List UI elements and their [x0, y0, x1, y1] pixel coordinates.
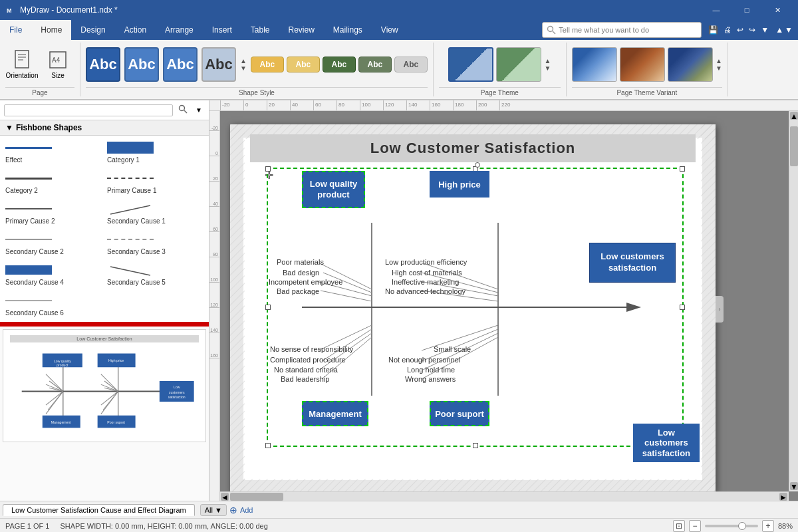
theme-down[interactable]: ▼ [544, 65, 551, 72]
zoom-out-button[interactable]: − [689, 520, 701, 532]
orientation-button[interactable]: Orientation [5, 45, 39, 84]
shape-style-up[interactable]: ▲ [240, 57, 247, 65]
variant-1[interactable] [572, 47, 617, 82]
sidebar-item-secondary5[interactable]: Secondary Cause 5 [107, 263, 203, 286]
variant-up[interactable]: ▲ [716, 57, 722, 65]
sidebar-item-secondary6[interactable]: Secondary Cause 6 [5, 294, 102, 317]
hscroll-right[interactable]: ► [779, 493, 787, 501]
tab-table[interactable]: Table [241, 20, 279, 40]
sidebar-item-primary1[interactable]: Primary Cause 1 [107, 172, 203, 194]
category-box-poor-support[interactable]: Poor suport [430, 401, 489, 426]
all-dropdown[interactable]: All ▼ [200, 504, 227, 516]
canvas-area: -20 0 20 40 60 80 100 120 140 160 180 20… [209, 100, 798, 501]
shape-style-7[interactable]: Abc [323, 57, 356, 72]
ribbon-up[interactable]: ▲ [775, 25, 783, 35]
primary2-shape [5, 208, 52, 209]
zoom-slider[interactable] [705, 525, 758, 527]
zoom-fit-button[interactable]: ⊡ [673, 520, 685, 532]
variant-2[interactable] [620, 47, 665, 82]
rotation-handle[interactable] [475, 162, 480, 168]
theme-up[interactable]: ▲ [544, 57, 551, 65]
hscroll-thumb[interactable] [230, 493, 283, 501]
svg-text:Poor materials: Poor materials [277, 258, 324, 266]
vertical-scrollbar[interactable]: ▲ ▼ [789, 111, 798, 491]
sidebar-item-secondary3[interactable]: Secondary Cause 3 [107, 233, 203, 255]
svg-line-61 [321, 291, 372, 301]
variant-3[interactable] [668, 47, 713, 82]
category-box-management[interactable]: Management [302, 401, 368, 426]
theme-1[interactable] [448, 47, 493, 82]
tab-arrange[interactable]: Arrange [156, 20, 203, 40]
shape-style-down[interactable]: ▼ [240, 65, 247, 72]
theme-2[interactable] [496, 47, 541, 82]
tab-mailings[interactable]: Mailings [324, 20, 372, 40]
sidebar-item-secondary1[interactable]: Secondary Cause 1 [107, 202, 203, 225]
tab-file[interactable]: File [0, 20, 31, 40]
ribbon-group-theme-variant: ▲ ▼ Page Theme Variant [567, 43, 728, 96]
canvas-scroll-area[interactable]: Low Customer Satisfaction ✛ [220, 111, 798, 501]
save-button[interactable]: 💾 [707, 24, 720, 36]
maximize-button[interactable]: □ [732, 0, 762, 20]
svg-text:satisfaction: satisfaction [168, 395, 186, 399]
sidebar-item-category1[interactable]: Category 1 [107, 141, 203, 164]
svg-text:High price: High price [108, 358, 124, 362]
tab-action[interactable]: Action [115, 20, 156, 40]
category-box-low-quality[interactable]: Low quality product [302, 171, 365, 208]
variant-down[interactable]: ▼ [716, 65, 722, 72]
main-area: ▼ ▼ Fishbone Shapes Effect Category 1 [0, 100, 798, 501]
shape-style-1[interactable]: Abc [86, 47, 120, 82]
category-box-high-price[interactable]: High price [430, 171, 489, 198]
redo-button[interactable]: ↪ [747, 24, 757, 36]
shape-style-3[interactable]: Abc [163, 47, 198, 82]
add-tab-label[interactable]: Add [240, 506, 253, 514]
shape-style-4[interactable]: Abc [201, 47, 236, 82]
hscroll-left[interactable]: ◄ [221, 493, 229, 501]
sidebar-item-effect[interactable]: Effect [5, 141, 102, 164]
tab-insert[interactable]: Insert [203, 20, 241, 40]
diagram-tab[interactable]: Low Customer Satisfaction Cause and Effe… [3, 504, 195, 516]
minimize-button[interactable]: — [701, 0, 732, 20]
category-box-effect[interactable]: Low customers satisfaction [633, 424, 700, 462]
ribbon-search[interactable] [542, 22, 702, 38]
more-button[interactable]: ▼ [759, 24, 770, 36]
svg-text:No advanced technology: No advanced technology [385, 287, 466, 295]
tab-home[interactable]: Home [31, 20, 71, 40]
zoom-in-button[interactable]: + [762, 520, 774, 532]
fishbone-shapes-panel-header[interactable]: ▼ Fishbone Shapes [0, 120, 209, 136]
shape-style-6[interactable]: Abc [287, 57, 320, 72]
sidebar-item-primary2[interactable]: Primary Cause 2 [5, 202, 102, 225]
vscroll-thumb[interactable] [790, 126, 798, 166]
sidebar-search-dropdown[interactable]: ▼ [193, 105, 205, 115]
close-button[interactable]: ✕ [762, 0, 793, 20]
zoom-slider-thumb[interactable] [738, 522, 746, 530]
effect-box[interactable]: Low customers satisfaction [589, 243, 676, 283]
svg-text:M: M [7, 7, 12, 14]
shape-style-2[interactable]: Abc [124, 47, 159, 82]
ribbon-down[interactable]: ▼ [785, 25, 793, 35]
sidebar-item-secondary4[interactable]: Secondary Cause 4 [5, 263, 102, 286]
size-button[interactable]: A4 Size [41, 45, 74, 84]
tab-design[interactable]: Design [71, 20, 114, 40]
shape-style-8[interactable]: Abc [358, 57, 392, 72]
app-title: M MyDraw - Document1.ndx * [5, 5, 118, 15]
tab-view[interactable]: View [372, 20, 408, 40]
shape-style-5[interactable]: Abc [251, 57, 284, 72]
horizontal-scrollbar[interactable]: ◄ ► [220, 491, 789, 501]
vscroll-down[interactable]: ▼ [790, 482, 798, 490]
tab-review[interactable]: Review [279, 20, 323, 40]
vscroll-up[interactable]: ▲ [790, 112, 798, 120]
sidebar-search-icon[interactable] [176, 103, 190, 117]
undo-button[interactable]: ↩ [735, 24, 745, 36]
svg-text:Complicated procedure: Complicated procedure [270, 356, 346, 364]
add-tab-icon[interactable]: ⊕ [229, 505, 237, 515]
svg-line-3 [553, 31, 555, 34]
preview-title: Low Customer Satisfaction [10, 335, 199, 342]
sidebar-search-input[interactable] [4, 104, 173, 116]
sidebar-item-secondary2[interactable]: Secondary Cause 2 [5, 233, 102, 255]
search-input[interactable] [559, 26, 678, 34]
ribbon-group-page: Orientation A4 Size Page [0, 43, 80, 96]
print-button[interactable]: 🖨 [722, 24, 733, 36]
canvas-collapse-handle[interactable]: › [716, 296, 724, 323]
shape-style-9[interactable]: Abc [394, 57, 428, 72]
sidebar-item-category2[interactable]: Category 2 [5, 172, 102, 194]
